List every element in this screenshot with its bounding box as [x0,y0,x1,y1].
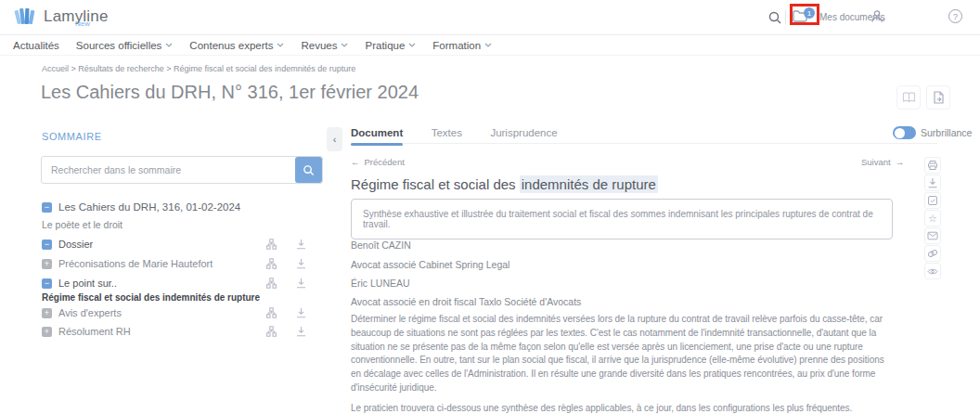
print-button[interactable] [924,157,941,174]
tab-document[interactable]: Document [351,127,403,145]
copy-link-button[interactable] [924,245,941,262]
nav-item-label: Revues [301,40,337,51]
tree-item-label[interactable]: Préconisations de Marie Hautefort [58,258,213,269]
nav-item-sources-officielles[interactable]: Sources officielles [76,40,173,51]
next-button[interactable]: Suivant → [861,157,904,167]
tree-root-label[interactable]: Les Cahiers du DRH, 316, 01-02-2024 [58,201,240,213]
star-icon: ☆ [928,213,937,225]
logo-new-label: New [75,19,90,28]
user-account-icon[interactable] [870,9,886,24]
tab-jurisprudence[interactable]: Jurisprudence [490,127,557,145]
nav-item-label: Pratique [365,40,405,51]
nav-item-label: Sources officielles [76,40,161,51]
add-to-selection-button[interactable] [924,192,941,209]
tab-textes[interactable]: Textes [432,127,462,145]
chevron-down-icon [484,43,492,47]
chevron-down-icon [341,43,348,47]
tree-row-le-point-sur: − Le point sur.. [42,276,323,291]
tree-row-preconisations: + Préconisations de Marie Hautefort [42,256,323,271]
download-icon[interactable] [296,258,306,269]
author-name: Éric LUNEAU [351,278,410,289]
expand-plus-icon[interactable]: + [42,327,52,337]
link-icon [927,249,938,258]
hierarchy-icon[interactable] [266,239,277,250]
nav-item-actualites[interactable]: Actualités [13,40,59,51]
nav-item-label: Actualités [13,40,59,51]
nav-item-pratique[interactable]: Pratique [365,40,416,51]
nav-item-contenus-experts[interactable]: Contenus experts [189,40,284,51]
surbrillance-toggle[interactable] [893,126,916,139]
previous-button[interactable]: ← Précédent [351,157,405,167]
tree-row-resolument-rh: + Résolument RH [42,324,323,339]
sommaire-search-box [41,156,323,184]
sommaire-search-button[interactable] [295,157,322,183]
author-name: Benoît CAZIN [351,239,411,251]
search-icon[interactable] [767,10,782,25]
download-button[interactable] [924,175,941,191]
author-role: Avocat associé en droit fiscal Taxlo Soc… [351,296,581,307]
tree-item-selected[interactable]: Régime fiscal et social des indemnités d… [42,292,260,303]
export-document-button[interactable] [926,85,950,110]
tree-item-label[interactable]: Dossier [58,239,93,250]
tree-item-label[interactable]: Le point sur.. [58,278,117,289]
reader-view-button[interactable] [896,85,921,110]
hierarchy-icon[interactable] [266,258,277,269]
logo-icon [13,5,37,29]
arrow-left-icon: ← [351,157,360,167]
page-title: Les Cahiers du DRH, N° 316, 1er février … [41,82,419,103]
eye-icon [927,267,938,276]
logo[interactable]: Lamyline [13,5,109,29]
sidebar-title: SOMMAIRE [42,131,102,142]
collapse-minus-icon[interactable]: − [42,202,52,213]
download-icon [927,177,938,188]
chevron-down-icon [408,43,416,47]
nav-item-formation[interactable]: Formation [432,40,492,51]
hierarchy-icon[interactable] [266,278,277,289]
mail-icon [927,231,938,240]
author-role: Avocat associé Cabinet Spring Legal [351,259,509,270]
email-button[interactable] [924,227,941,244]
tree-item-label[interactable]: Résolument RH [58,326,131,337]
sommaire-search-input[interactable] [42,164,295,175]
surbrillance-label: Surbrillance [921,127,972,138]
breadcrumb[interactable]: Accueil > Résultats de recherche > Régim… [42,64,355,73]
expand-plus-icon[interactable]: + [42,259,52,269]
next-label: Suivant [861,157,891,167]
tree-row-dossier: − Dossier [42,237,323,252]
hierarchy-icon[interactable] [266,307,277,318]
article-title-highlighted-term: indemnités de rupture [520,175,658,193]
doc-check-icon [927,195,938,206]
download-icon[interactable] [296,326,306,337]
hierarchy-icon[interactable] [266,326,277,337]
collapse-minus-icon[interactable]: − [42,278,52,289]
collapse-minus-icon[interactable]: − [42,239,52,250]
nav-item-label: Formation [432,40,481,51]
expand-plus-icon[interactable]: + [42,308,52,318]
chevron-down-icon [277,43,284,47]
download-icon[interactable] [296,239,306,250]
download-icon[interactable] [296,307,306,318]
favorite-button[interactable]: ☆ [924,210,941,226]
toggle-knob [895,128,905,138]
tree-root-row: − Les Cahiers du DRH, 316, 01-02-2024 [42,200,323,214]
tree-item-label[interactable]: Avis d'experts [58,307,122,318]
header: Lamyline New 1 Mes documents ? [0,0,980,35]
previous-label: Précédent [365,157,405,167]
main-nav: Actualités Sources officielles Contenus … [0,35,980,56]
download-icon[interactable] [296,278,306,289]
article-paragraph: Déterminer le régime fiscal et social de… [351,313,885,395]
tree-subtitle[interactable]: Le poète et le droit [42,219,122,230]
documents-count-badge: 1 [804,7,815,19]
chevron-left-icon: ‹ [333,134,337,145]
reading-view-button[interactable] [924,263,941,279]
lamyline-page: Lamyline New 1 Mes documents ? [0,0,980,414]
article-body: Déterminer le régime fiscal et social de… [351,313,885,414]
print-icon [927,160,938,171]
tree-row-avis-experts: + Avis d'experts [42,305,323,320]
book-icon [902,92,916,103]
header-divider [785,10,786,24]
sidebar-collapse-button[interactable]: ‹ [327,127,342,151]
article-title: Régime fiscal et social des indemnités d… [351,176,658,192]
help-icon[interactable]: ? [948,9,962,23]
nav-item-revues[interactable]: Revues [301,40,348,51]
